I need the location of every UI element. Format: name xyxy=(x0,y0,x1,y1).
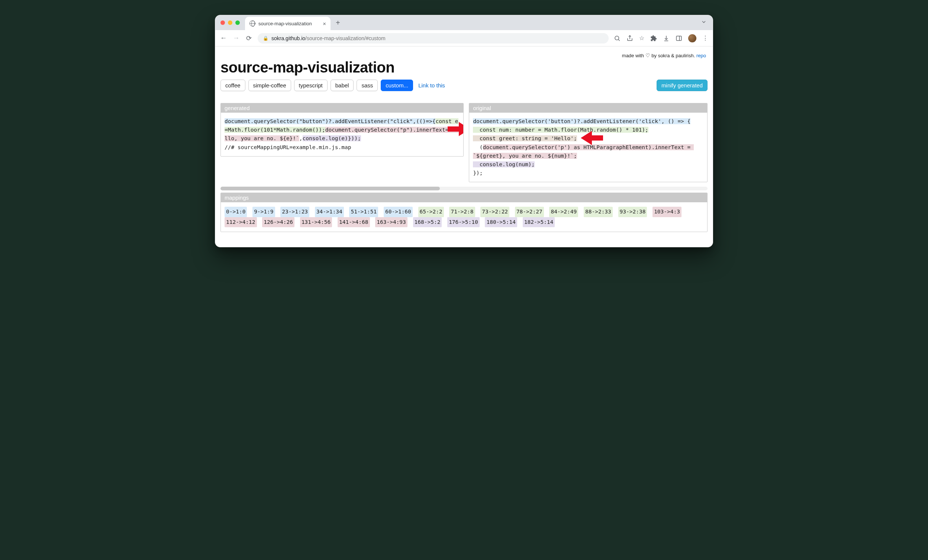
lock-icon: 🔒 xyxy=(263,36,269,41)
maximize-window-button[interactable] xyxy=(235,20,240,25)
original-panel: original document.querySelector('button'… xyxy=(469,103,708,182)
custom-button[interactable]: custom... xyxy=(381,79,413,91)
address-bar[interactable]: 🔒 sokra.github.io/source-map-visualizati… xyxy=(258,33,609,44)
babel-button[interactable]: babel xyxy=(331,79,354,91)
example-buttons-row: coffee simple-coffee typescript babel sa… xyxy=(220,79,708,91)
code-panels: generated document.querySelector("button… xyxy=(220,103,708,182)
tabs-menu-button[interactable] xyxy=(701,19,709,26)
kebab-menu-icon[interactable]: ⋮ xyxy=(702,35,708,42)
browser-window: source-map-visualization × + ← → ⟳ 🔒 sok… xyxy=(215,15,713,247)
typescript-button[interactable]: typescript xyxy=(294,79,328,91)
mapping-entry[interactable]: 51->1:51 xyxy=(349,207,378,217)
mapping-entry[interactable]: 141->4:68 xyxy=(337,217,370,227)
window-controls xyxy=(219,20,242,25)
mapping-entry[interactable]: 78->2:27 xyxy=(515,207,544,217)
minimize-window-button[interactable] xyxy=(228,20,232,25)
mapping-entry[interactable]: 131->4:56 xyxy=(300,217,333,227)
source-mapping-comment: //# sourceMappingURL=example.min.js.map xyxy=(224,144,351,150)
sidepanel-icon[interactable] xyxy=(676,35,682,42)
mapping-entry[interactable]: 103->4:3 xyxy=(652,207,682,217)
share-icon[interactable] xyxy=(626,35,633,42)
horizontal-scrollbar[interactable] xyxy=(220,187,708,191)
heart-icon: ♡ xyxy=(646,52,650,58)
mappings-panel: mappings 0->1:0 9->1:9 23->1:23 34->1:34… xyxy=(220,192,708,232)
credits-prefix: made with xyxy=(622,53,646,58)
svg-line-1 xyxy=(618,40,620,41)
mapping-entry[interactable]: 176->5:10 xyxy=(447,217,479,227)
close-window-button[interactable] xyxy=(220,20,225,25)
mapping-entry[interactable]: 163->4:93 xyxy=(375,217,408,227)
credits: made with ♡ by sokra & paulirish. repo xyxy=(220,50,708,59)
toolbar-icons: ☆ ⋮ xyxy=(614,34,708,43)
mapping-entry[interactable]: 60->1:60 xyxy=(384,207,413,217)
arrow-left-icon xyxy=(581,129,603,147)
mapping-entry[interactable]: 34->1:34 xyxy=(315,207,344,217)
minify-generated-button[interactable]: minify generated xyxy=(656,79,708,91)
simple-coffee-button[interactable]: simple-coffee xyxy=(248,79,291,91)
browser-toolbar: ← → ⟳ 🔒 sokra.github.io/source-map-visua… xyxy=(215,30,713,46)
generated-code[interactable]: document.querySelector("button")?.addEve… xyxy=(221,113,463,156)
svg-rect-4 xyxy=(676,36,682,41)
mapping-entry[interactable]: 0->1:0 xyxy=(224,207,247,217)
downloads-icon[interactable] xyxy=(663,35,670,42)
mapping-entry[interactable]: 112->4:12 xyxy=(224,217,257,227)
forward-button[interactable]: → xyxy=(232,34,240,42)
url-host: sokra.github.io xyxy=(272,35,305,41)
globe-icon xyxy=(249,20,255,26)
mappings-panel-title: mappings xyxy=(221,193,707,202)
mapping-entry[interactable]: 9->1:9 xyxy=(252,207,275,217)
scrollbar-thumb[interactable] xyxy=(220,187,440,191)
mapping-entry[interactable]: 93->2:38 xyxy=(618,207,647,217)
mappings-list[interactable]: 0->1:0 9->1:9 23->1:23 34->1:34 51->1:51… xyxy=(221,202,707,232)
bookmark-icon[interactable]: ☆ xyxy=(639,35,644,42)
sass-button[interactable]: sass xyxy=(357,79,378,91)
mapping-entry[interactable]: 180->5:14 xyxy=(485,217,517,227)
mapping-entry[interactable]: 73->2:22 xyxy=(480,207,509,217)
mapping-entry[interactable]: 182->5:14 xyxy=(523,217,555,227)
page-content: made with ♡ by sokra & paulirish. repo s… xyxy=(215,46,713,247)
credits-by: by sokra & paulirish. xyxy=(650,53,696,58)
arrow-right-icon xyxy=(448,120,464,138)
svg-point-0 xyxy=(615,36,619,40)
mapping-entry[interactable]: 71->2:8 xyxy=(449,207,475,217)
browser-tab[interactable]: source-map-visualization × xyxy=(245,17,331,30)
mapping-entry[interactable]: 23->1:23 xyxy=(280,207,309,217)
coffee-button[interactable]: coffee xyxy=(220,79,246,91)
new-tab-button[interactable]: + xyxy=(334,18,342,27)
page-title: source-map-visualization xyxy=(220,59,708,76)
mapping-entry[interactable]: 126->4:26 xyxy=(262,217,295,227)
original-code[interactable]: document.querySelector('button')?.addEve… xyxy=(469,113,707,182)
titlebar: source-map-visualization × + xyxy=(215,15,713,30)
close-tab-button[interactable]: × xyxy=(323,21,326,26)
mapping-entry[interactable]: 65->2:2 xyxy=(418,207,444,217)
search-icon[interactable] xyxy=(614,35,621,42)
mapping-entry[interactable]: 84->2:49 xyxy=(549,207,578,217)
generated-panel-title: generated xyxy=(221,103,463,113)
tab-title: source-map-visualization xyxy=(258,21,312,26)
link-to-this-link[interactable]: Link to this xyxy=(418,82,445,89)
back-button[interactable]: ← xyxy=(220,34,227,42)
profile-avatar[interactable] xyxy=(688,34,696,43)
original-panel-title: original xyxy=(469,103,707,113)
mapping-entry[interactable]: 88->2:33 xyxy=(584,207,613,217)
generated-panel: generated document.querySelector("button… xyxy=(220,103,464,157)
extensions-icon[interactable] xyxy=(650,35,657,42)
reload-button[interactable]: ⟳ xyxy=(245,34,252,43)
mapping-entry[interactable]: 168->5:2 xyxy=(413,217,442,227)
repo-link[interactable]: repo xyxy=(696,53,706,58)
url-path: /source-map-visualization/#custom xyxy=(305,35,386,41)
